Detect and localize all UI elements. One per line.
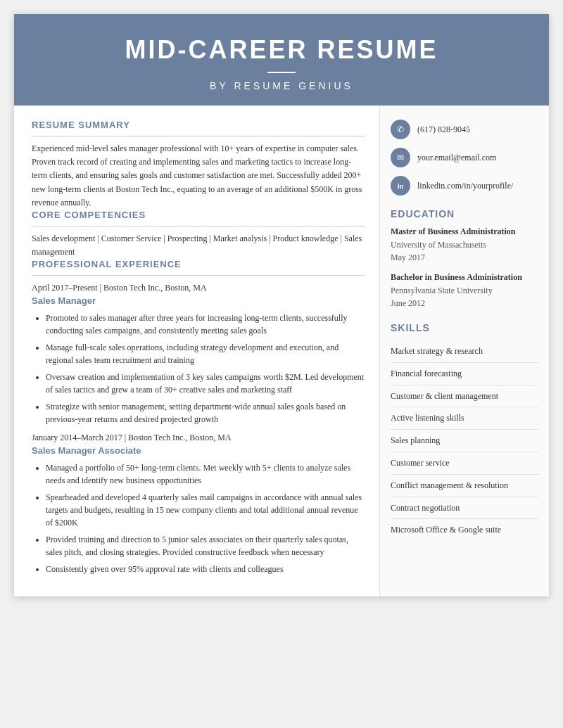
skill-item: Active listening skills [391, 407, 538, 430]
job-1: April 2017–Present | Boston Tech Inc., B… [32, 283, 365, 426]
job-2-title: Sales Manager Associate [32, 445, 365, 456]
list-item: Managed a portfolio of 50+ long-term cli… [46, 461, 365, 487]
education-title: EDUCATION [391, 208, 538, 219]
skill-item: Financial forecasting [391, 363, 538, 385]
skill-item: Microsoft Office & Google suite [391, 519, 538, 541]
degree-1: Master of Business Administration Univer… [391, 226, 538, 264]
skills-list: Market strategy & researchFinancial fore… [391, 340, 538, 541]
job-2-bullets: Managed a portfolio of 50+ long-term cli… [32, 461, 365, 575]
skill-item: Contract negotiation [391, 497, 538, 520]
summary-section: RESUME SUMMARY Experienced mid-level sal… [32, 120, 365, 210]
degree-2: Bachelor in Business Administration Penn… [391, 272, 538, 309]
list-item: Manage full-scale sales operations, incl… [46, 341, 365, 366]
resume-header: MID-CAREER RESUME BY RESUME GENIUS [14, 14, 549, 106]
right-column: ✆ (617) 828-9045 ✉ your.email@email.com … [380, 106, 549, 596]
skills-section: SKILLS Market strategy & researchFinanci… [391, 322, 538, 541]
contact-section: ✆ (617) 828-9045 ✉ your.email@email.com … [391, 120, 538, 196]
list-item: Provided training and direction to 5 jun… [46, 533, 365, 558]
degree-2-name: Bachelor in Business Administration [391, 272, 538, 283]
summary-text: Experienced mid-level sales manager prof… [32, 142, 365, 210]
degree-2-school: Pennsylvania State University [391, 286, 493, 295]
skill-item: Sales planning [391, 430, 538, 452]
job-1-title: Sales Manager [32, 295, 365, 306]
degree-2-details: Pennsylvania State University June 2012 [391, 284, 538, 309]
skill-item: Conflict management & resolution [391, 475, 538, 497]
phone-text: (617) 828-9045 [417, 124, 470, 135]
degree-2-date: June 2012 [391, 298, 425, 308]
email-contact: ✉ your.email@email.com [391, 148, 538, 167]
phone-contact: ✆ (617) 828-9045 [391, 120, 538, 139]
list-item: Spearheaded and developed 4 quarterly sa… [46, 491, 365, 529]
degree-1-school: University of Massachusetts [391, 240, 486, 250]
resume-subtitle: BY RESUME GENIUS [28, 80, 535, 91]
job-1-bullets: Promoted to sales manager after three ye… [32, 312, 365, 426]
list-item: Promoted to sales manager after three ye… [46, 312, 365, 337]
resume-title: MID-CAREER RESUME [28, 35, 535, 65]
degree-1-name: Master of Business Administration [391, 226, 538, 237]
degree-1-details: University of Massachusetts May 2017 [391, 238, 538, 264]
degree-1-date: May 2017 [391, 253, 425, 262]
job-1-header: April 2017–Present | Boston Tech Inc., B… [32, 283, 365, 293]
linkedin-contact: in linkedin.com/in/yourprofile/ [391, 176, 538, 196]
email-icon: ✉ [391, 148, 410, 167]
phone-icon: ✆ [391, 120, 410, 139]
competencies-text: Sales development | Customer Service | P… [32, 232, 365, 259]
competencies-section: CORE COMPETENCIES Sales development | Cu… [32, 210, 365, 259]
experience-section: PROFESSIONAL EXPERIENCE April 2017–Prese… [32, 259, 365, 575]
experience-title: PROFESSIONAL EXPERIENCE [32, 259, 365, 269]
linkedin-text: linkedin.com/in/yourprofile/ [417, 181, 513, 191]
left-column: RESUME SUMMARY Experienced mid-level sal… [14, 106, 380, 596]
linkedin-icon: in [391, 176, 410, 196]
education-section: EDUCATION Master of Business Administrat… [391, 208, 538, 309]
job-2-header: January 2014–March 2017 | Boston Tech In… [32, 433, 365, 443]
skills-title: SKILLS [391, 322, 538, 333]
competencies-title: CORE COMPETENCIES [32, 210, 365, 220]
list-item: Consistently given over 95% approval rat… [46, 563, 365, 575]
resume-document: MID-CAREER RESUME BY RESUME GENIUS RESUM… [14, 14, 549, 596]
header-divider [267, 72, 296, 73]
list-item: Strategize with senior management, setti… [46, 400, 365, 426]
skill-item: Market strategy & research [391, 340, 538, 363]
job-2: January 2014–March 2017 | Boston Tech In… [32, 433, 365, 575]
summary-divider [32, 136, 365, 136]
skill-item: Customer service [391, 452, 538, 475]
email-text: your.email@email.com [417, 153, 496, 163]
list-item: Oversaw creation and implementation of 3… [46, 371, 365, 396]
skill-item: Customer & client management [391, 385, 538, 408]
experience-divider [32, 275, 365, 276]
competencies-divider [32, 226, 365, 226]
summary-title: RESUME SUMMARY [32, 120, 365, 130]
resume-body: RESUME SUMMARY Experienced mid-level sal… [14, 106, 549, 596]
